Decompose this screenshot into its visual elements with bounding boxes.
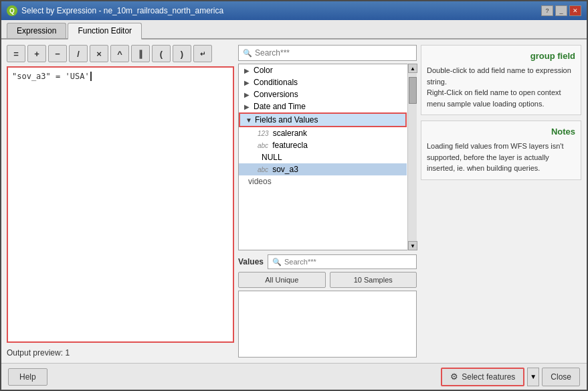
tree-item-sov-a3[interactable]: abc sov_a3 [239,163,407,175]
expression-toolbar: = + − / × ^ ∥ ( ) ↵ [7,45,234,62]
tree-item-conditionals[interactable]: ▶ Conditionals [239,76,407,88]
output-preview: Output preview: 1 [7,348,234,358]
minimize-btn[interactable]: _ [555,5,567,16]
tree-item-conversions-label: Conversions [254,90,298,99]
output-preview-label: Output preview: [7,348,63,358]
values-search-icon: 🔍 [272,258,282,266]
samples-btn[interactable]: 10 Samples [330,272,417,288]
tree-item-color-label: Color [254,66,273,75]
values-search-input[interactable] [284,258,412,266]
select-features-label: Select features [462,372,515,382]
field-type-sov-a3: abc [258,166,268,173]
main-window: Q Select by Expression - ne_10m_railroad… [0,0,588,391]
arrow-fields-values: ▼ [246,116,252,124]
output-preview-value: 1 [65,348,70,358]
help-group-field: group field Double-click to add field na… [421,45,581,115]
tree-item-null[interactable]: NULL [239,151,407,163]
right-panel: group field Double-click to add field na… [421,45,581,358]
multiply-btn[interactable]: × [90,45,108,62]
select-features-btn[interactable]: ⚙ Select features [441,368,524,386]
tree-item-fields-values-label: Fields and Values [255,115,318,125]
tree-item-featurecla-label: featurecla [272,141,308,150]
select-features-dropdown-btn[interactable]: ▼ [527,368,539,386]
notes-title: Notes [427,127,575,137]
content-area: = + − / × ^ ∥ ( ) ↵ "sov_a3" = 'USA' [1,40,587,363]
group-field-text: Double-click to add field name to expres… [427,65,575,109]
concat-btn[interactable]: ∥ [131,45,150,62]
tab-expression[interactable]: Expression [7,23,66,38]
tree-item-featurecla[interactable]: abc featurecla [239,139,407,151]
title-bar-left: Q Select by Expression - ne_10m_railroad… [7,5,223,16]
tree-panel: ▶ Color ▶ Conditionals ▶ Conversions [238,64,417,250]
expr-value: 'USA' [65,72,89,81]
arrow-datetime: ▶ [244,103,251,110]
tree-panel-wrapper: ▶ Color ▶ Conditionals ▶ Conversions [238,64,417,250]
expression-box[interactable]: "sov_a3" = 'USA' [7,66,234,343]
bottom-right-buttons: ⚙ Select features ▼ Close [441,368,580,386]
plus-btn[interactable]: + [27,45,46,62]
newline-btn[interactable]: ↵ [193,45,212,62]
expr-field: "sov_a3" [12,72,51,81]
scroll-down-arrow[interactable]: ▼ [408,241,417,250]
tree-item-conversions[interactable]: ▶ Conversions [239,88,407,100]
app-icon: Q [7,5,17,16]
arrow-conditionals: ▶ [244,79,251,86]
tree-item-videos-label: videos [248,177,272,186]
caret-btn[interactable]: ^ [110,45,129,62]
arrow-color: ▶ [244,67,251,74]
notes-text: Loading field values from WFS layers isn… [427,141,575,174]
select-features-icon: ⚙ [450,372,458,382]
tree-item-conditionals-label: Conditionals [254,78,298,87]
tab-function-editor[interactable]: Function Editor [68,23,142,40]
values-section: Values 🔍 All Unique 10 Samples [238,254,417,358]
values-search[interactable]: 🔍 [268,254,417,269]
help-title-btn[interactable]: ? [541,5,553,16]
help-btn[interactable]: Help [8,368,47,386]
tree-item-fields-values[interactable]: ▼ Fields and Values [239,112,407,127]
tree-item-scalerank[interactable]: 123 scalerank [239,127,407,139]
search-box[interactable]: 🔍 [238,45,417,61]
scroll-thumb[interactable] [409,77,417,104]
bottom-bar: Help ⚙ Select features ▼ Close [1,363,587,390]
tabs-bar: Expression Function Editor [1,20,587,40]
equals-btn[interactable]: = [7,45,25,62]
arrow-conversions: ▶ [244,91,251,98]
field-type-featurecla: abc [258,142,268,149]
window-title: Select by Expression - ne_10m_railroads_… [21,6,223,15]
divide-btn[interactable]: / [69,45,88,62]
scroll-up-arrow[interactable]: ▲ [408,64,417,73]
tree-item-color[interactable]: ▶ Color [239,64,407,76]
tree-item-scalerank-label: scalerank [273,129,307,138]
search-input[interactable] [255,48,412,58]
help-notes: Notes Loading field values from WFS laye… [421,121,581,180]
values-buttons: All Unique 10 Samples [238,272,417,288]
left-panel: = + − / × ^ ∥ ( ) ↵ "sov_a3" = 'USA' [7,45,234,358]
values-label-row: Values 🔍 [238,254,417,269]
tree-scrollbar[interactable]: ▲ ▼ [407,64,417,250]
all-unique-btn[interactable]: All Unique [238,272,326,288]
title-bar: Q Select by Expression - ne_10m_railroad… [1,1,587,20]
values-display [238,291,417,358]
window-close-btn[interactable]: ✕ [569,5,581,16]
tree-item-datetime-label: Date and Time [254,102,306,111]
field-type-scalerank: 123 [258,130,269,137]
tree-item-datetime[interactable]: ▶ Date and Time [239,100,407,112]
middle-panel: 🔍 ▶ Color ▶ Conditionals [238,45,417,358]
close-main-btn[interactable]: Close [542,368,580,386]
open-paren-btn[interactable]: ( [152,45,171,62]
cursor [90,72,96,81]
expression-text: "sov_a3" = 'USA' [12,72,96,81]
values-label: Values [238,257,264,266]
expr-equals: = [56,72,65,81]
tree-item-videos[interactable]: videos [239,175,407,187]
minus-btn[interactable]: − [48,45,67,62]
tree-item-sov-a3-label: sov_a3 [272,165,298,174]
title-bar-controls: ? _ ✕ [541,5,581,16]
close-paren-btn[interactable]: ) [173,45,191,62]
search-icon: 🔍 [243,49,252,58]
group-field-title: group field [427,51,575,61]
tree-item-null-label: NULL [262,153,282,162]
